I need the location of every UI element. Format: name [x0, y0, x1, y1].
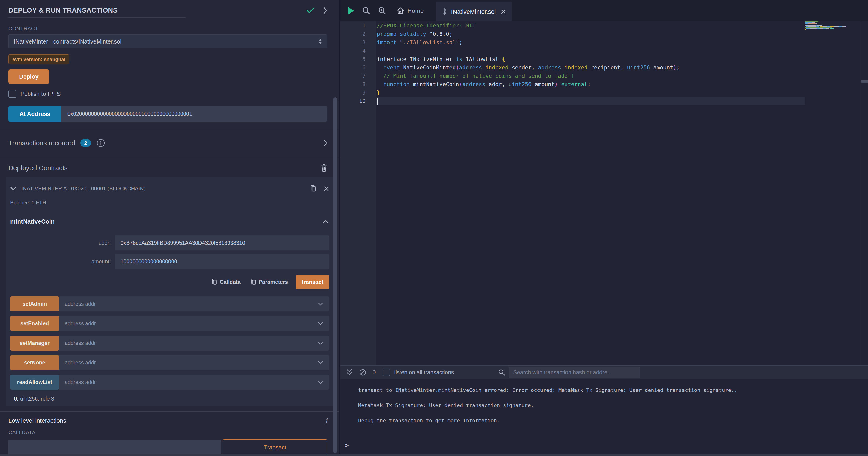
- contract-function-row: readAllowListaddress addr: [10, 375, 329, 390]
- tab-home-label: Home: [407, 7, 424, 15]
- contract-select[interactable]: INativeMinter - contracts/INativeMinter.…: [8, 34, 328, 49]
- info-icon[interactable]: [96, 138, 105, 148]
- at-address-button[interactable]: At Address: [8, 106, 61, 121]
- code-line: //SPDX-License-Identifier: MIT: [377, 22, 805, 30]
- at-address-input[interactable]: 0x02000000000000000000000000000000000000…: [61, 106, 328, 121]
- editor-minimap[interactable]: [805, 22, 861, 365]
- code-line: function mintNativeCoin(address addr, ui…: [377, 80, 805, 88]
- transactions-count-badge: 2: [80, 139, 91, 147]
- setEnabled-button[interactable]: setEnabled: [10, 316, 59, 331]
- info-i-icon[interactable]: i: [325, 417, 328, 425]
- terminal-prompt[interactable]: >: [345, 442, 349, 449]
- param-input[interactable]: 1000000000000000000: [115, 254, 329, 269]
- call-result-text: uint256: role 3: [19, 396, 54, 402]
- transact-button[interactable]: transact: [296, 275, 329, 289]
- minimap-line: [805, 28, 861, 29]
- zoom-out-icon[interactable]: [362, 7, 370, 15]
- deployed-contracts-title: Deployed Contracts: [8, 164, 320, 172]
- line-number: 8: [340, 80, 376, 88]
- minimap-line: [805, 26, 861, 27]
- param-input[interactable]: 0xB78cbAa319ffBD899951AA30D4320f58189383…: [115, 235, 329, 250]
- function-form: addr:0xB78cbAa319ffBD899951AA30D4320f581…: [10, 235, 329, 269]
- minimap-line: [805, 22, 861, 23]
- terminal-log: transact to INativeMinter.mintNativeCoin…: [340, 379, 868, 432]
- setManager-input[interactable]: address addr: [59, 336, 329, 350]
- setNone-input[interactable]: address addr: [59, 355, 329, 370]
- expand-chevron-down-icon[interactable]: [318, 322, 323, 325]
- tab-close-icon[interactable]: [501, 9, 506, 14]
- minimap-line: [805, 24, 861, 25]
- terminal-panel: 0 listen on all transactions Search with…: [340, 365, 868, 456]
- minimap-line: [805, 30, 861, 30]
- setNone-button[interactable]: setNone: [10, 355, 59, 370]
- editor-tab-bar: Home INativeMinter.sol: [340, 0, 868, 22]
- zoom-in-icon[interactable]: [378, 7, 386, 15]
- tab-inativeminter[interactable]: INativeMinter.sol: [436, 2, 512, 22]
- setEnabled-input[interactable]: address addr: [59, 316, 329, 331]
- terminal-expand-double-chevron-icon[interactable]: [346, 369, 352, 376]
- minimap-line: [805, 25, 861, 26]
- clear-console-ban-icon[interactable]: [359, 369, 367, 376]
- line-number: 9: [340, 88, 376, 97]
- terminal-search-input[interactable]: Search with transaction hash or addre...: [509, 367, 641, 378]
- expand-chevron-down-icon[interactable]: [318, 380, 323, 384]
- copy-parameters-button[interactable]: Parameters: [249, 278, 289, 286]
- line-number: 10: [340, 97, 376, 105]
- deployed-instance-card: INATIVEMINTER AT 0X020...00001 (BLOCKCHA…: [6, 177, 334, 406]
- code-line: event NativeCoinMinted(address indexed s…: [377, 63, 805, 72]
- code-line: [377, 97, 805, 105]
- line-number: 4: [340, 47, 376, 55]
- tab-active-label: INativeMinter.sol: [451, 8, 496, 16]
- expand-chevron-down-icon[interactable]: [318, 361, 323, 365]
- panel-scrollbar-thumb[interactable]: [333, 97, 337, 453]
- deploy-run-panel: DEPLOY & RUN TRANSACTIONS CONTRACT INati…: [0, 0, 340, 456]
- setAdmin-button[interactable]: setAdmin: [10, 296, 59, 311]
- expand-chevron-down-icon[interactable]: [318, 341, 323, 345]
- instance-label: INATIVEMINTER AT 0X020...00001 (BLOCKCHA…: [22, 186, 305, 192]
- minimap-line: [805, 23, 861, 24]
- terminal-log-line: Debug the transaction to get more inform…: [358, 417, 863, 432]
- horizontal-scrollbar[interactable]: [0, 454, 868, 456]
- instance-close-icon[interactable]: [324, 186, 329, 191]
- low-level-transact-button[interactable]: Transact: [223, 439, 328, 456]
- input-placeholder: address addr: [65, 340, 318, 346]
- readAllowList-input[interactable]: address addr: [59, 375, 329, 390]
- copy-icon[interactable]: [310, 185, 317, 193]
- main-area: Home INativeMinter.sol 12345678910 //SPD…: [340, 0, 868, 456]
- contract-function-row: setEnabledaddress addr: [10, 316, 329, 331]
- minimap-line: [805, 29, 861, 30]
- setAdmin-input[interactable]: address addr: [59, 296, 329, 311]
- code-editor[interactable]: 12345678910 //SPDX-License-Identifier: M…: [340, 22, 868, 365]
- line-number: 3: [340, 38, 376, 47]
- publish-ipfs-checkbox[interactable]: [8, 90, 16, 98]
- panel-title: DEPLOY & RUN TRANSACTIONS: [8, 6, 118, 14]
- editor-scrollbar-thumb[interactable]: [861, 80, 868, 83]
- expand-chevron-down-icon[interactable]: [318, 302, 323, 306]
- instance-chevron-down-icon[interactable]: [10, 187, 16, 191]
- setManager-button[interactable]: setManager: [10, 336, 59, 350]
- listen-transactions-checkbox[interactable]: [382, 369, 390, 376]
- trash-icon[interactable]: [320, 164, 328, 172]
- code-line: interface INativeMinter is IAllowList {: [377, 55, 805, 63]
- parameters-copy-label: Parameters: [259, 279, 288, 285]
- code-line: }: [377, 88, 805, 97]
- deploy-button[interactable]: Deploy: [8, 69, 49, 84]
- code-line: import "./IAllowList.sol";: [377, 38, 805, 47]
- editor-code-area[interactable]: //SPDX-License-Identifier: MITpragma sol…: [377, 22, 805, 365]
- editor-cursor: [377, 98, 378, 105]
- terminal-log-line: transact to INativeMinter.mintNativeCoin…: [358, 387, 863, 402]
- calldata-input[interactable]: [8, 440, 221, 455]
- tab-home[interactable]: Home: [396, 7, 424, 15]
- copy-calldata-button[interactable]: Calldata: [210, 278, 242, 286]
- low-level-title: Low level interactions: [8, 417, 325, 424]
- transactions-expand-chevron-right-icon[interactable]: [324, 140, 328, 146]
- readAllowList-button[interactable]: readAllowList: [10, 375, 59, 390]
- line-number: 2: [340, 30, 376, 38]
- code-line: // Mint [amount] number of native coins …: [377, 72, 805, 80]
- panel-collapse-chevron-right-icon[interactable]: [323, 7, 328, 14]
- function-param-row: amount:1000000000000000000: [10, 254, 329, 269]
- function-collapse-chevron-up-icon[interactable]: [323, 220, 329, 224]
- terminal-toolbar: 0 listen on all transactions Search with…: [340, 366, 868, 379]
- run-script-play-icon[interactable]: [347, 7, 354, 15]
- home-icon: [396, 7, 404, 15]
